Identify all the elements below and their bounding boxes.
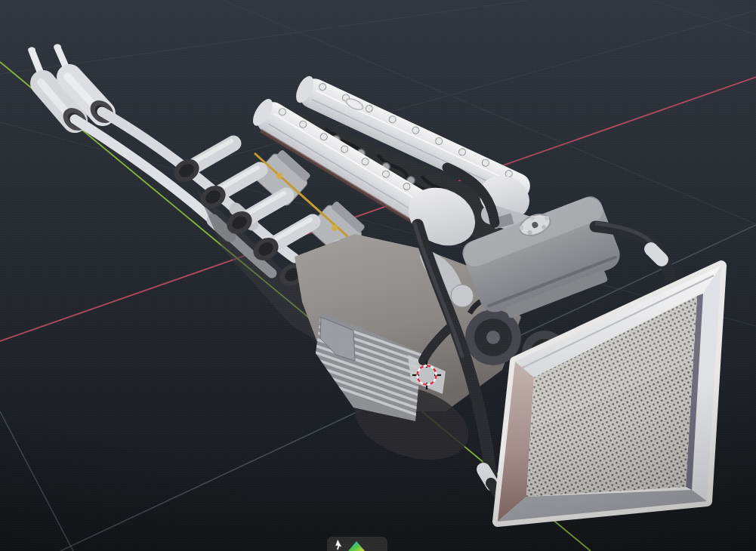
hose-clamp	[651, 249, 662, 260]
viewport[interactable]	[0, 0, 756, 551]
grid-line	[0, 0, 529, 74]
app-logo-icon	[348, 541, 365, 551]
engine-model[interactable]	[28, 45, 721, 522]
mouse-pointer-icon	[335, 539, 343, 550]
grid-line	[651, 0, 756, 35]
viewport-canvas[interactable]	[0, 0, 756, 551]
bottom-popup	[327, 537, 387, 551]
grid-line	[0, 411, 73, 551]
exhaust-assembly	[28, 45, 295, 273]
